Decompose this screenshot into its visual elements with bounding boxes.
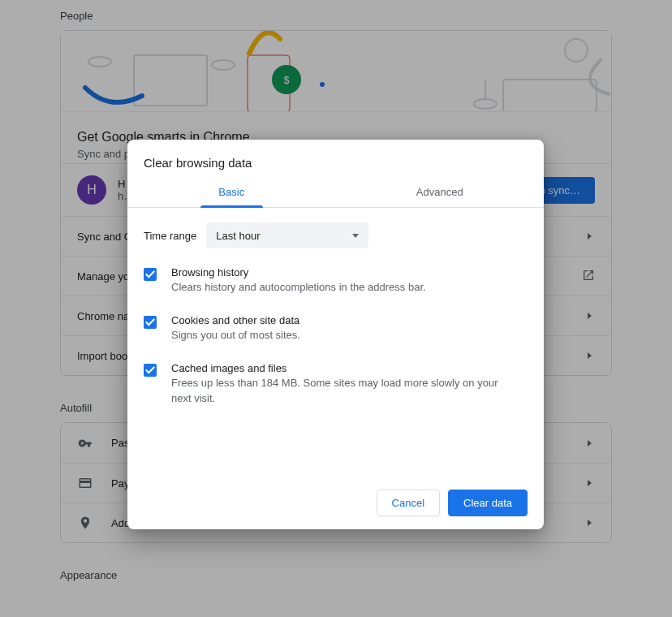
- time-range-select-wrap: Last hour: [206, 222, 368, 248]
- checkbox-cookies[interactable]: [144, 316, 157, 329]
- time-range-select[interactable]: Last hour: [206, 222, 368, 248]
- option-cookies[interactable]: Cookies and other site data Signs you ou…: [144, 314, 528, 343]
- tab-advanced-label: Advanced: [416, 186, 463, 198]
- option-desc: Clears history and autocompletions in th…: [171, 280, 426, 295]
- tab-advanced[interactable]: Advanced: [336, 178, 545, 207]
- dialog-body: Time range Last hour Browsing history Cl…: [127, 208, 544, 478]
- tab-basic[interactable]: Basic: [127, 178, 336, 207]
- checkbox-browsing-history[interactable]: [144, 268, 157, 281]
- clear-data-button[interactable]: Clear data: [448, 490, 528, 516]
- time-range-label: Time range: [144, 230, 196, 242]
- option-title: Browsing history: [171, 266, 426, 278]
- time-range-row: Time range Last hour: [144, 222, 528, 248]
- clear-browsing-data-dialog: Clear browsing data Basic Advanced Time …: [127, 140, 544, 529]
- checkbox-cached[interactable]: [144, 364, 157, 377]
- option-cached[interactable]: Cached images and files Frees up less th…: [144, 362, 528, 405]
- option-text: Browsing history Clears history and auto…: [171, 266, 426, 295]
- option-text: Cookies and other site data Signs you ou…: [171, 314, 300, 343]
- time-range-value: Last hour: [216, 230, 260, 242]
- option-desc: Frees up less than 184 MB. Some sites ma…: [171, 376, 512, 405]
- option-text: Cached images and files Frees up less th…: [171, 362, 512, 405]
- cancel-label: Cancel: [392, 497, 424, 509]
- dialog-title: Clear browsing data: [127, 140, 544, 178]
- dialog-tabs: Basic Advanced: [127, 178, 544, 208]
- clear-label: Clear data: [463, 497, 512, 509]
- tab-basic-label: Basic: [218, 186, 244, 198]
- option-browsing-history[interactable]: Browsing history Clears history and auto…: [144, 266, 528, 295]
- option-title: Cached images and files: [171, 362, 512, 374]
- option-title: Cookies and other site data: [171, 314, 300, 326]
- option-desc: Signs you out of most sites.: [171, 328, 300, 343]
- dialog-actions: Cancel Clear data: [127, 478, 544, 529]
- cancel-button[interactable]: Cancel: [377, 490, 440, 516]
